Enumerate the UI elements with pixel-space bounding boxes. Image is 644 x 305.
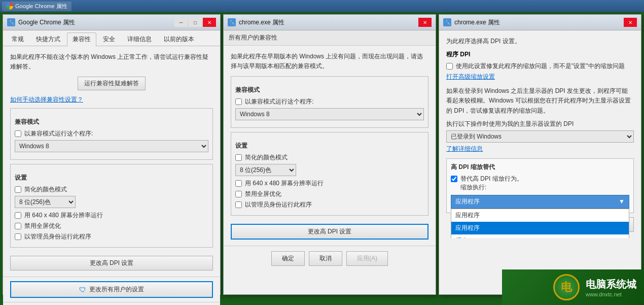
dialog1-close-button[interactable]: ✕ — [203, 18, 216, 27]
all-users-label: 更改所有用户的设置 — [89, 285, 144, 294]
dialog2-compat-label: 兼容模式 — [235, 86, 424, 94]
dialog2-resolution-checkbox[interactable] — [235, 180, 242, 187]
dialog3-exec-dropdown[interactable]: 已登录到 Windows — [446, 130, 634, 143]
taskbar-item-chrome[interactable]: Google Chrome 属性 — [2, 2, 71, 11]
high-dpi-override-label: 替代高 DPI 缩放行为。 缩放执行: — [460, 175, 523, 192]
dpi-dropdown-selected[interactable]: 应用程序 ▼ — [451, 195, 629, 209]
color-depth-dropdown[interactable]: 8 位(256)色 — [15, 196, 76, 208]
dialog1-desc: 如果此程序不能在这个版本的 Windows 上正常工作，请尝试运行兼容性疑难解答… — [10, 52, 213, 72]
dialog2-apply-button[interactable]: 应用(A) — [346, 251, 388, 266]
dialog3-exec-label: 执行以下操作时使用为我的主显示器设置的 DPI — [446, 120, 634, 128]
compat-mode-checkbox-label: 以兼容模式运行这个程序: — [24, 129, 93, 138]
dialog2-color-label: 简化的颜色模式 — [245, 153, 288, 162]
fullscreen-label: 禁用全屏优化 — [24, 222, 61, 230]
dialog1-settings-label: 设置 — [15, 174, 208, 182]
dialog1-controls: ─ □ ✕ — [174, 18, 216, 27]
dialog-chrome-exe-properties: 🔧 chrome.exe 属性 ✕ 所有用户的兼容性 如果此程序在早期版本的 W… — [223, 14, 436, 295]
admin-run-checkbox[interactable] — [15, 233, 21, 240]
dialog-chrome-properties: 🔧 Google Chrome 属性 ─ □ ✕ 常规 快捷方式 兼容性 安全 … — [3, 14, 221, 295]
dialog2-compat-checkbox-label: 以兼容模式运行这个程序: — [245, 97, 313, 106]
dialog2-content: 如果此程序在早期版本的 Windows 上没有问题，而现在出现问题，请选择与该早… — [224, 46, 436, 246]
watermark-area: 电 电脑系统城 www.dnxtc.net — [502, 269, 644, 305]
dialog2-color-checkbox[interactable] — [235, 154, 242, 161]
dialog3-close-button[interactable]: ✕ — [624, 18, 637, 27]
dialog2-resolution-label: 用 640 x 480 屏幕分辨率运行 — [245, 179, 324, 188]
shield-icon: 🛡 — [79, 286, 86, 294]
dialog2-compat-dropdown[interactable]: Windows 8 — [235, 108, 424, 120]
dialog2-title-area: 🔧 chrome.exe 属性 — [228, 18, 284, 27]
dialog1-tabs: 常规 快捷方式 兼容性 安全 详细信息 以前的版本 — [3, 30, 220, 46]
dialog1-minimize-button[interactable]: ─ — [174, 18, 188, 27]
dialog2-icon: 🔧 — [228, 18, 236, 26]
dialog2-dpi-button[interactable]: 更改高 DPI 设置 — [231, 224, 428, 240]
dialog2-titlebar: 🔧 chrome.exe 属性 ✕ — [224, 15, 436, 30]
dialog2-admin-label: 以管理员身份运行此程序 — [245, 200, 312, 209]
high-dpi-override-checkbox[interactable] — [451, 176, 457, 182]
dpi-settings-button[interactable]: 更改高 DPI 设置 — [10, 256, 213, 270]
dialog2-title: chrome.exe 属性 — [239, 18, 284, 27]
dialog2-color-dropdown[interactable]: 8 位(256)色 — [235, 164, 296, 176]
dpi-dropdown-selected-text: 应用程序 — [455, 197, 480, 206]
dialog3-controls: ✕ — [624, 18, 637, 27]
learn-more-link[interactable]: 了解详细信息 — [446, 145, 634, 153]
tab-general[interactable]: 常规 — [6, 32, 29, 46]
tab-shortcut[interactable]: 快捷方式 — [30, 32, 66, 46]
dialog1-content: 如果此程序不能在这个版本的 Windows 上正常工作，请尝试运行兼容性疑难解答… — [3, 46, 220, 277]
compat-help-link[interactable]: 如何手动选择兼容性设置？ — [10, 96, 83, 103]
dialog1-icon: 🔧 — [7, 18, 15, 26]
taskbar: Google Chrome 属性 — [0, 0, 644, 12]
dialog3-program-dpi-checkbox[interactable] — [446, 63, 453, 70]
dialog3-program-dpi-label: 程序 DPI — [446, 50, 634, 59]
compat-mode-label: 兼容模式 — [15, 118, 208, 126]
dialog2-section-title: 所有用户的兼容性 — [224, 30, 436, 46]
dialog3-main-desc: 为此程序选择高 DPI 设置。 — [446, 37, 634, 46]
dialog3-content: 为此程序选择高 DPI 设置。 程序 DPI 使用此设置修复此程序的缩放问题，而… — [439, 30, 641, 238]
open-advanced-link[interactable]: 打开高级缩放设置 — [446, 73, 634, 81]
dialog2-admin-checkbox[interactable] — [235, 201, 242, 208]
admin-run-label: 以管理员身份运行此程序 — [24, 232, 91, 241]
dpi-dropdown-container: 应用程序 ▼ 应用程序 应用程序 系统 系统(增强) — [451, 195, 629, 209]
dialog1-footer: 确定 取消 应用(A) — [3, 302, 220, 305]
dialog2-footer: 确定 取消 应用(A) — [224, 246, 436, 271]
color-mode-checkbox[interactable] — [15, 186, 21, 193]
tab-previous-versions[interactable]: 以前的版本 — [158, 32, 200, 46]
watermark-main-text: 电脑系统城 — [586, 278, 636, 291]
dialog2-close-button[interactable]: ✕ — [418, 18, 432, 27]
dialog3-program-dpi-desc: 使用此设置修复此程序的缩放问题，而不是"设置"中的缩放问题 — [456, 62, 625, 71]
compat-mode-checkbox[interactable] — [15, 130, 21, 137]
dialog1-maximize-button[interactable]: □ — [189, 18, 202, 27]
watermark-text-area: 电脑系统城 www.dnxtc.net — [586, 278, 636, 297]
dialog1-titlebar: 🔧 Google Chrome 属性 ─ □ ✕ — [3, 15, 220, 30]
dialog2-ok-button[interactable]: 确定 — [271, 251, 305, 266]
dpi-dropdown-options: 应用程序 应用程序 系统 系统(增强) — [451, 209, 629, 238]
resolution-checkbox[interactable] — [15, 212, 21, 219]
tab-security[interactable]: 安全 — [97, 32, 121, 46]
taskbar-item-label: Google Chrome 属性 — [15, 3, 67, 10]
dialog3-title: chrome.exe 属性 — [454, 18, 500, 27]
color-mode-label: 简化的颜色模式 — [24, 185, 67, 194]
run-compat-button[interactable]: 运行兼容性疑难解答 — [78, 77, 146, 90]
tab-details[interactable]: 详细信息 — [122, 32, 157, 46]
watermark-url: www.dnxtc.net — [586, 291, 636, 297]
high-dpi-area: 高 DPI 缩放替代 替代高 DPI 缩放行为。 缩放执行: 应用程序 ▼ 应用… — [446, 158, 634, 213]
dialog2-cancel-button[interactable]: 取消 — [309, 251, 342, 266]
all-users-button[interactable]: 🛡 更改所有用户的设置 — [10, 281, 213, 298]
tab-compatibility[interactable]: 兼容性 — [67, 32, 96, 46]
compat-mode-dropdown[interactable]: Windows 8 — [15, 140, 208, 152]
dialog2-settings-label: 设置 — [235, 142, 424, 150]
dropdown-option-system[interactable]: 系统 — [451, 234, 629, 238]
dialog3-title-area: 🔧 chrome.exe 属性 — [443, 18, 500, 27]
dropdown-option-app1[interactable]: 应用程序 — [451, 209, 629, 222]
dialog3-titlebar: 🔧 chrome.exe 属性 ✕ — [439, 15, 641, 30]
dialog1-title-area: 🔧 Google Chrome 属性 — [7, 18, 75, 27]
dialog2-controls: ✕ — [418, 18, 432, 27]
dropdown-option-app2[interactable]: 应用程序 — [451, 222, 629, 234]
dialog2-fullscreen-checkbox[interactable] — [235, 191, 242, 197]
dialog2-compat-checkbox[interactable] — [235, 98, 242, 105]
high-dpi-section-label: 高 DPI 缩放替代 — [451, 163, 629, 172]
chrome-taskbar-icon — [6, 3, 13, 10]
dialog-dpi-settings: 🔧 chrome.exe 属性 ✕ 为此程序选择高 DPI 设置。 程序 DPI… — [439, 14, 641, 295]
dialog1-title: Google Chrome 属性 — [18, 18, 75, 27]
dialog2-fullscreen-label: 禁用全屏优化 — [245, 190, 281, 198]
fullscreen-checkbox[interactable] — [15, 223, 21, 229]
